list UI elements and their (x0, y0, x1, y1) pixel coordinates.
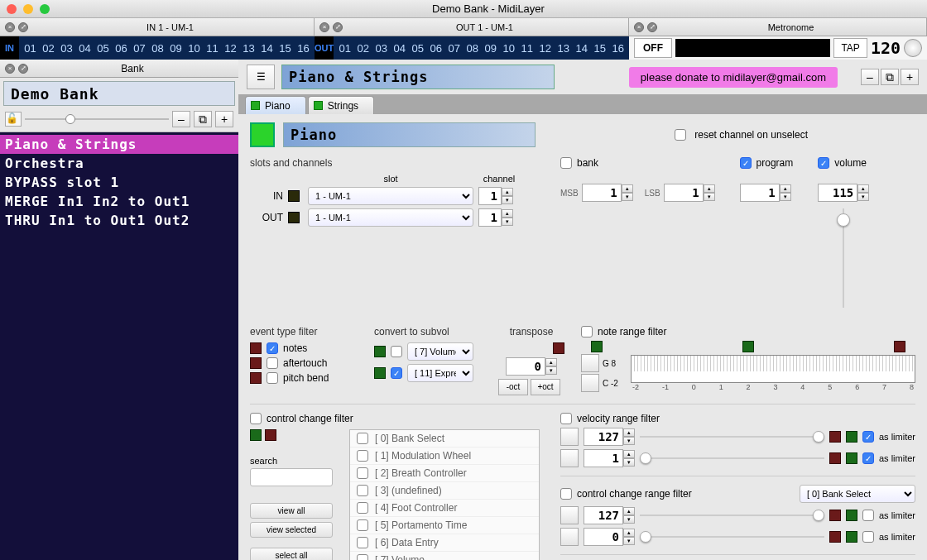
channel-03[interactable]: 03 (58, 42, 75, 55)
close-icon[interactable] (7, 4, 17, 14)
stepper[interactable]: ▴▾ (623, 428, 635, 445)
cc-item-checkbox[interactable] (357, 502, 368, 514)
tempo-knob[interactable] (904, 39, 922, 57)
ccrange-checkbox[interactable] (560, 488, 572, 500)
expand-icon[interactable]: ⤢ (333, 22, 343, 32)
velmax-field[interactable]: 127 (584, 428, 623, 446)
cc-item[interactable]: [ 2] Breath Controller (350, 465, 539, 482)
channel-02[interactable]: 02 (354, 42, 372, 55)
bank-checkbox[interactable] (560, 157, 572, 169)
channel-03[interactable]: 03 (372, 42, 390, 55)
aslimiter-checkbox[interactable] (862, 431, 874, 443)
preset-item[interactable]: THRU In1 to Out1 Out2 (0, 211, 238, 230)
lsb-field[interactable]: 1 (664, 184, 704, 202)
volume-slider[interactable] (836, 208, 851, 308)
cc-item-checkbox[interactable] (357, 519, 368, 531)
cc-item-checkbox[interactable] (357, 433, 368, 444)
view-selected-button[interactable]: view selected (250, 522, 333, 538)
velmin-field[interactable]: 1 (584, 449, 623, 467)
channel-05[interactable]: 05 (94, 42, 112, 55)
element-name-field[interactable]: Piano (283, 122, 536, 147)
in-slot-select[interactable]: 1 - UM-1 (308, 187, 473, 205)
close-icon[interactable]: × (319, 22, 329, 32)
channel-11[interactable]: 11 (204, 42, 221, 55)
volume-checkbox[interactable] (818, 157, 829, 169)
cc-item[interactable]: [ 0] Bank Select (350, 430, 539, 448)
cc-item[interactable]: [ 6] Data Entry (350, 534, 539, 552)
convert2-select[interactable]: [ 11] Express (407, 364, 473, 382)
remove-button[interactable]: – (172, 111, 190, 127)
cc-item[interactable]: [ 5] Portamento Time (350, 517, 539, 534)
channel-01[interactable]: 01 (336, 42, 353, 55)
plus-oct-button[interactable]: +oct (531, 379, 560, 395)
bank-slider[interactable] (25, 112, 169, 126)
channel-12[interactable]: 12 (536, 42, 554, 55)
channel-04[interactable]: 04 (76, 42, 94, 55)
search-input[interactable] (250, 468, 333, 486)
stepper[interactable]: ▴▾ (623, 529, 635, 545)
channel-02[interactable]: 02 (40, 42, 57, 55)
donate-banner[interactable]: please donate to midilayer@gmail.com (629, 67, 838, 88)
tab-enable-square[interactable] (251, 101, 260, 110)
channel-16[interactable]: 16 (609, 42, 627, 55)
ccmin-slider[interactable] (640, 530, 824, 543)
convert1-select[interactable]: [ 7] Volume (407, 342, 473, 361)
ccmax-field[interactable]: 127 (584, 506, 623, 524)
tab-strings[interactable]: Strings (308, 96, 374, 114)
preset-name-field[interactable]: Piano & Strings (281, 65, 555, 89)
channel-16[interactable]: 16 (295, 42, 312, 55)
stepper[interactable]: ▴▾ (545, 358, 557, 375)
channel-08[interactable]: 08 (149, 42, 166, 55)
cc-item[interactable]: [ 1] Modulation Wheel (350, 448, 539, 465)
close-icon[interactable]: × (634, 22, 644, 32)
velmax-slider[interactable] (640, 430, 824, 443)
channel-05[interactable]: 05 (409, 42, 426, 55)
close-icon[interactable]: × (5, 64, 15, 74)
convert2-checkbox[interactable] (391, 367, 402, 379)
cc-item-checkbox[interactable] (357, 537, 368, 548)
channel-06[interactable]: 06 (427, 42, 444, 55)
minimize-icon[interactable] (23, 4, 33, 14)
slider-pick-icon[interactable] (560, 506, 579, 524)
duplicate-button[interactable]: ⧉ (194, 111, 212, 127)
ccrange-select[interactable]: [ 0] Bank Select (800, 485, 915, 503)
remove-button[interactable]: – (861, 69, 879, 85)
ccmax-slider[interactable] (640, 509, 824, 522)
msb-field[interactable]: 1 (582, 184, 622, 202)
expand-icon[interactable]: ⤢ (18, 64, 28, 74)
stepper[interactable]: ▴▾ (622, 184, 633, 201)
stepper[interactable]: ▴▾ (704, 184, 715, 201)
channel-06[interactable]: 06 (113, 42, 130, 55)
stepper[interactable]: ▴▾ (502, 209, 513, 226)
add-button[interactable]: + (901, 69, 919, 85)
tab-enable-square[interactable] (314, 101, 323, 110)
cc-item[interactable]: [ 3] (undefined) (350, 482, 539, 500)
channel-14[interactable]: 14 (573, 42, 590, 55)
aslimiter-checkbox[interactable] (862, 452, 874, 464)
expand-icon[interactable]: ⤢ (647, 22, 657, 32)
slider-pick-icon[interactable] (560, 528, 579, 546)
keyboard-pick-icon[interactable] (560, 449, 579, 467)
tab-piano[interactable]: Piano (245, 96, 306, 114)
notes-checkbox[interactable] (267, 342, 278, 354)
out-channel-field[interactable]: 1 (478, 208, 502, 227)
cc-item-checkbox[interactable] (357, 485, 368, 496)
keyboard-pick-icon[interactable] (581, 374, 599, 392)
stepper[interactable]: ▴▾ (780, 184, 791, 201)
preset-item[interactable]: MERGE In1 In2 to Out1 (0, 192, 238, 211)
out-slot-select[interactable]: 1 - UM-1 (308, 208, 473, 227)
aftertouch-checkbox[interactable] (267, 357, 278, 369)
aslimiter-checkbox[interactable] (862, 510, 874, 521)
program-field[interactable]: 1 (740, 184, 780, 202)
duplicate-button[interactable]: ⧉ (881, 69, 899, 85)
cc-item[interactable]: [ 7] Volume (350, 552, 539, 560)
channel-09[interactable]: 09 (482, 42, 499, 55)
in-channel-field[interactable]: 1 (478, 187, 502, 205)
tap-button[interactable]: TAP (833, 38, 867, 58)
keyboard-pick-icon[interactable] (560, 428, 579, 446)
channel-14[interactable]: 14 (258, 42, 276, 55)
convert1-checkbox[interactable] (391, 346, 402, 357)
velmin-slider[interactable] (640, 452, 824, 465)
stepper[interactable]: ▴▾ (502, 188, 513, 204)
cc-item-checkbox[interactable] (357, 467, 368, 479)
